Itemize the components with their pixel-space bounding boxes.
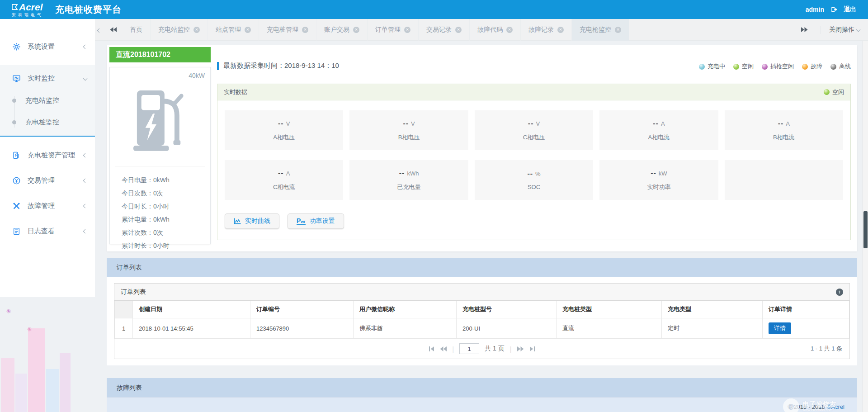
sidebar-collapse-icon[interactable] [95, 26, 104, 34]
main-content: 直流2018101702 40kW 今日电量：0kW [95, 41, 863, 412]
close-operations-menu[interactable]: 关闭操作 [821, 26, 860, 34]
metric-phase-c-current: --AC相电流 [225, 160, 343, 200]
logo-flag-icon [12, 4, 18, 10]
legend-item-plugged-idle: 插枪空闲 [762, 62, 794, 71]
tab-close-icon[interactable]: × [302, 27, 308, 33]
realtime-curve-button[interactable]: 实时曲线 [225, 213, 279, 229]
sidebar-item-system-settings[interactable]: 系统设置 [0, 40, 95, 53]
tab-close-icon[interactable]: × [193, 27, 200, 33]
legend-item-offline: 离线 [830, 62, 851, 71]
sidebar-subtree: 充电站监控 充电桩监控 [0, 94, 95, 128]
charging-pile-icon [13, 152, 20, 159]
metric-charged-energy: --kWh已充电量 [349, 160, 468, 200]
cell-row-number: 1 [115, 318, 133, 339]
pager-next-icon[interactable] [517, 346, 524, 351]
device-title: 直流2018101702 [109, 47, 211, 62]
sidebar-item-fault-management[interactable]: 故障管理 [0, 199, 95, 213]
bullet-dot-icon [12, 120, 16, 124]
col-pile-model: 充电桩型号 [457, 301, 557, 318]
tab-close-icon[interactable]: × [245, 27, 251, 33]
tab-close-icon[interactable]: × [506, 27, 513, 33]
tab-close-icon[interactable]: × [353, 27, 359, 33]
tab-fault-codes[interactable]: 故障代码× [470, 19, 521, 41]
orders-section: 订单列表 订单列表 + 创建日期 订单编号 用户微信昵称 充电桩型号 [107, 258, 857, 365]
sidebar-item-pile-asset-management[interactable]: 充电桩资产管理 [0, 148, 95, 162]
idle-status-icon [733, 64, 739, 70]
tab-account-transactions[interactable]: 账户交易× [316, 19, 368, 41]
stat-today-duration: 今日时长：0小时 [122, 200, 210, 213]
username[interactable]: admin [806, 6, 824, 13]
tab-close-icon[interactable]: × [404, 27, 410, 33]
tab-transaction-records[interactable]: 交易记录× [419, 19, 470, 41]
faults-section: 故障列表 [107, 378, 857, 397]
log-icon [13, 227, 20, 235]
acrel-logo: Acrel 安科瑞电气 [12, 2, 43, 17]
vertical-scrollbar[interactable] [863, 41, 868, 412]
table-row: 1 2018-10-01 14:55:45 1234567890 佛系非酋 20… [115, 318, 849, 339]
copyright-text: © 2013 - 2018 [788, 403, 825, 410]
pager-first-icon[interactable] [429, 346, 434, 351]
col-pile-type: 充电桩类型 [557, 301, 662, 318]
chevron-down-icon [856, 28, 861, 32]
tab-order-management[interactable]: 订单管理× [368, 19, 419, 41]
sidebar-item-log-viewer[interactable]: 日志查看 [0, 224, 95, 238]
transaction-icon [13, 177, 20, 185]
pager-page-input[interactable] [459, 343, 479, 354]
footer: © 2013 - 2018 ©Acrel e 电子发烧友 www.elecfan… [107, 397, 857, 412]
pager-prev-icon[interactable] [440, 346, 447, 351]
tools-icon [13, 202, 20, 210]
power-settings-button[interactable]: Pwr 功率设置 [288, 213, 344, 229]
metric-soc: --%SOC [475, 160, 593, 200]
order-detail-button[interactable]: 详情 [769, 322, 791, 334]
tab-pile-management[interactable]: 充电桩管理× [259, 19, 316, 41]
decorative-skyline: ❀ ❀ [0, 294, 90, 412]
sidebar: 系统设置 实时监控 充电站监控 充电桩监控 充电桩资产管理 [0, 19, 95, 297]
logo-text: Acrel [12, 2, 43, 12]
sidebar-item-charging-pile-monitor[interactable]: 充电桩监控 [0, 116, 95, 128]
status-legend: 充电中 空闲 插枪空闲 故障 离线 [699, 62, 851, 71]
tab-close-icon[interactable]: × [557, 27, 564, 33]
chevron-left-icon [83, 44, 88, 49]
tab-close-icon[interactable]: × [455, 27, 462, 33]
copyright-brand-link[interactable]: ©Acrel [827, 403, 844, 410]
logout-icon[interactable] [830, 6, 837, 13]
sidebar-item-realtime-monitor[interactable]: 实时监控 [0, 71, 95, 85]
stat-total-duration: 累计时长：0小时 [122, 239, 210, 252]
cell-charge-type: 定时 [662, 318, 763, 339]
pager-separator: | [452, 345, 454, 353]
logout-button[interactable]: 退出 [844, 5, 856, 14]
tab-close-icon[interactable]: × [615, 27, 621, 33]
metric-phase-a-voltage: --VA相电压 [225, 110, 343, 150]
tab-home[interactable]: 首页 [122, 19, 151, 41]
metric-empty-cell [725, 160, 843, 200]
cell-wechat-nickname: 佛系非酋 [354, 318, 457, 339]
tabs-scroll-left-icon[interactable] [107, 27, 122, 32]
butterfly-icon: ❀ [5, 308, 12, 315]
tabs-scroll-right-icon[interactable] [798, 27, 813, 32]
device-power-rating: 40kW [189, 72, 205, 79]
pager-separator: | [510, 345, 512, 353]
offline-status-icon [830, 64, 836, 70]
scrollbar-thumb[interactable] [863, 211, 868, 248]
pager-total-pages: 共 1 页 [485, 345, 505, 353]
col-wechat-nickname: 用户微信昵称 [354, 301, 457, 318]
pager-last-icon[interactable] [529, 346, 535, 351]
realtime-panel-title: 实时数据 [224, 88, 247, 96]
orders-table: 创建日期 订单编号 用户微信昵称 充电桩型号 充电桩类型 充电类型 订单详情 1 [114, 301, 849, 339]
tab-charging-gun-monitor[interactable]: 充电枪监控× [572, 19, 629, 41]
tab-list: 首页 充电站监控× 站点管理× 充电桩管理× 账户交易× 订单管理× 交易记录×… [122, 19, 629, 41]
col-order-number: 订单编号 [250, 301, 354, 318]
tab-charging-station-monitor[interactable]: 充电站监控× [151, 19, 208, 41]
orders-section-header: 订单列表 [107, 258, 857, 277]
tab-site-management[interactable]: 站点管理× [208, 19, 259, 41]
bullet-dot-icon [12, 99, 16, 103]
metric-phase-b-voltage: --VB相电压 [349, 110, 468, 150]
sidebar-item-transaction-management[interactable]: 交易管理 [0, 174, 95, 187]
tab-fault-records[interactable]: 故障记录× [521, 19, 572, 41]
legend-item-idle: 空闲 [733, 62, 754, 71]
device-card: 40kW 今日电量：0kWh 今日次数：0次 [109, 67, 211, 244]
stat-today-count: 今日次数：0次 [122, 187, 210, 200]
faults-section-header: 故障列表 [107, 378, 857, 397]
sidebar-item-charging-station-monitor[interactable]: 充电站监控 [0, 94, 95, 107]
expand-icon[interactable]: + [836, 289, 843, 296]
